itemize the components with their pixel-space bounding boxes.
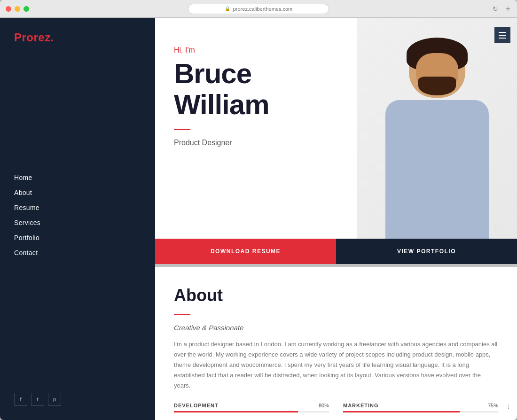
view-portfolio-button[interactable]: VIEW PORTFOLIO <box>336 239 517 264</box>
about-subtitle: Creative & Passionate <box>174 324 498 332</box>
main-content: Hi, I'm Bruce William Product Designer <box>155 18 517 420</box>
skill-marketing-pct: 75% <box>488 403 498 408</box>
skill-development-bar-bg <box>174 411 329 412</box>
url-text: prorez.caliberthemes.com <box>233 6 293 12</box>
hero-name: Bruce William <box>174 58 517 120</box>
content-panel: Hi, I'm Bruce William Product Designer <box>155 18 517 420</box>
sidebar-item-services[interactable]: Services <box>14 215 141 230</box>
download-resume-button[interactable]: DOWNLOAD RESUME <box>155 239 336 264</box>
refresh-button[interactable]: ↻ <box>493 5 498 13</box>
sidebar: Prorez. Home About Resume Services Portf… <box>0 18 155 420</box>
hamburger-menu[interactable] <box>494 27 510 43</box>
scroll-down-icon: ↓ <box>507 402 510 411</box>
hero-divider <box>174 129 190 130</box>
about-section: About Creative & Passionate I'm a produc… <box>155 267 517 420</box>
skill-marketing-bar-bg <box>343 411 498 412</box>
skill-development-name: DEVELOPMENT <box>174 403 219 408</box>
about-body: I'm a product designer based in London. … <box>174 339 498 391</box>
browser-content: Prorez. Home About Resume Services Portf… <box>0 18 517 420</box>
greeting-text: Hi, I'm <box>174 46 517 54</box>
facebook-icon[interactable]: f <box>14 393 27 406</box>
skill-development: DEVELOPMENT 80% <box>174 403 329 412</box>
new-tab-button[interactable]: + <box>505 4 510 14</box>
browser-window: 🔒 prorez.caliberthemes.com ↻ + Prorez. H… <box>0 0 517 420</box>
last-name: William <box>174 89 269 120</box>
maximize-button[interactable] <box>24 6 29 12</box>
hero-title: Product Designer <box>174 139 517 147</box>
url-bar[interactable]: 🔒 prorez.caliberthemes.com <box>188 4 329 14</box>
skill-development-header: DEVELOPMENT 80% <box>174 403 329 408</box>
sidebar-item-home[interactable]: Home <box>14 170 141 185</box>
sidebar-nav: Home About Resume Services Portfolio Con… <box>0 170 155 260</box>
lock-icon: 🔒 <box>225 6 230 11</box>
skills-row: DEVELOPMENT 80% MARKETING 75% <box>174 403 498 412</box>
hamburger-line-1 <box>499 32 506 33</box>
first-name: Bruce <box>174 58 251 89</box>
social-icons: f t p <box>14 393 61 406</box>
skill-marketing-header: MARKETING 75% <box>343 403 498 408</box>
skill-development-bar-fill <box>174 411 298 412</box>
close-button[interactable] <box>6 6 11 12</box>
sidebar-item-portfolio[interactable]: Portfolio <box>14 230 141 245</box>
hamburger-line-3 <box>499 38 506 39</box>
titlebar: 🔒 prorez.caliberthemes.com ↻ + <box>0 0 517 18</box>
skill-marketing: MARKETING 75% <box>343 403 498 412</box>
sidebar-item-about[interactable]: About <box>14 185 141 200</box>
hamburger-line-2 <box>499 35 506 36</box>
sidebar-item-contact[interactable]: Contact <box>14 245 141 260</box>
about-divider <box>174 314 190 315</box>
hero-text: Hi, I'm Bruce William Product Designer <box>155 18 517 166</box>
skill-marketing-name: MARKETING <box>343 403 379 408</box>
pinterest-icon[interactable]: p <box>48 393 61 406</box>
traffic-lights <box>6 6 29 12</box>
logo: Prorez. <box>0 18 155 57</box>
twitter-icon[interactable]: t <box>31 393 44 406</box>
sidebar-item-resume[interactable]: Resume <box>14 200 141 215</box>
about-title: About <box>174 286 498 305</box>
hero-section: Hi, I'm Bruce William Product Designer <box>155 18 517 239</box>
skill-marketing-bar-fill <box>343 411 460 412</box>
minimize-button[interactable] <box>15 6 20 12</box>
skill-development-pct: 80% <box>319 403 329 408</box>
logo-dot: . <box>51 31 54 44</box>
cta-buttons: DOWNLOAD RESUME VIEW PORTFOLIO <box>155 239 517 264</box>
